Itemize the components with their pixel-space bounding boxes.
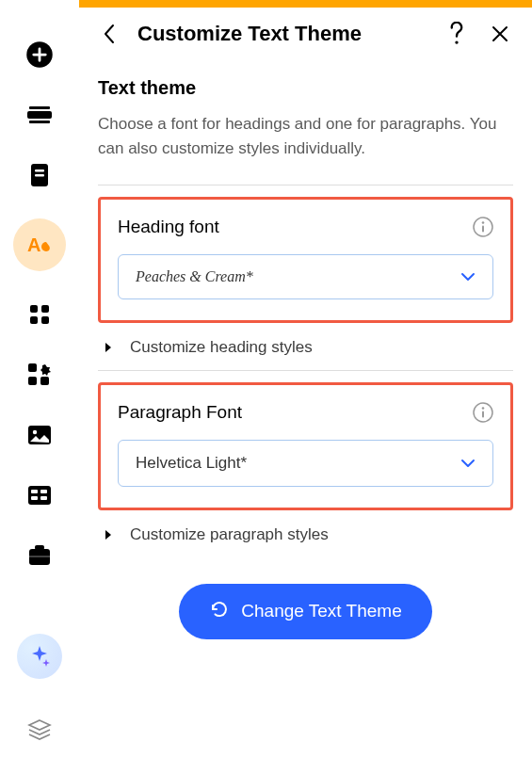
- close-button[interactable]: [487, 21, 513, 47]
- layers-icon[interactable]: [23, 713, 56, 747]
- svg-rect-2: [27, 111, 52, 119]
- section-title: Text theme: [98, 77, 513, 99]
- chevron-down-icon: [460, 268, 476, 285]
- expand-heading-label: Customize heading styles: [130, 338, 313, 357]
- theme-icon[interactable]: A: [13, 218, 66, 271]
- section-description: Choose a font for headings and one for p…: [98, 112, 513, 162]
- table-icon[interactable]: [23, 478, 56, 512]
- caret-right-icon: [104, 528, 117, 541]
- svg-rect-8: [30, 305, 38, 313]
- heading-font-select[interactable]: Peaches & Cream*: [118, 254, 493, 299]
- svg-rect-17: [28, 486, 51, 505]
- heading-font-value: Peaches & Cream*: [136, 268, 253, 285]
- svg-rect-18: [31, 490, 38, 493]
- refresh-icon: [209, 599, 230, 624]
- apps-icon[interactable]: [23, 298, 56, 331]
- svg-rect-5: [35, 169, 44, 172]
- change-text-theme-button[interactable]: Change Text Theme: [179, 584, 431, 639]
- caret-right-icon: [104, 341, 117, 354]
- svg-point-25: [455, 40, 458, 43]
- expand-paragraph-label: Customize paragraph styles: [130, 525, 329, 544]
- panel-header: Customize Text Theme: [98, 21, 513, 47]
- paragraph-font-select[interactable]: Helvetica Light*: [118, 440, 493, 487]
- main-panel: Customize Text Theme Text theme Choose a…: [79, 0, 532, 758]
- svg-rect-31: [482, 411, 484, 417]
- svg-rect-3: [29, 121, 50, 123]
- heading-font-header: Heading font: [118, 217, 493, 237]
- ai-sparkle-icon[interactable]: [17, 634, 62, 679]
- svg-rect-14: [40, 377, 49, 385]
- svg-rect-19: [40, 490, 47, 493]
- left-sidebar: A: [0, 0, 79, 758]
- divider: [98, 185, 513, 185]
- svg-rect-10: [30, 316, 38, 324]
- back-button[interactable]: [98, 23, 121, 45]
- heading-font-label: Heading font: [118, 217, 219, 237]
- image-icon[interactable]: [23, 418, 56, 452]
- settings-icon[interactable]: [23, 358, 56, 392]
- page-icon[interactable]: [23, 158, 56, 192]
- heading-font-group: Heading font Peaches & Cream*: [98, 197, 513, 323]
- sections-icon[interactable]: [23, 98, 56, 132]
- add-icon[interactable]: [23, 38, 56, 72]
- svg-rect-13: [28, 377, 37, 385]
- svg-point-16: [33, 430, 37, 434]
- paragraph-font-label: Paragraph Font: [118, 402, 242, 423]
- paragraph-font-value: Helvetica Light*: [136, 454, 247, 473]
- expand-paragraph-styles[interactable]: Customize paragraph styles: [98, 510, 513, 557]
- paragraph-font-header: Paragraph Font: [118, 402, 493, 423]
- svg-rect-1: [29, 106, 50, 109]
- svg-rect-12: [28, 363, 37, 372]
- panel-title: Customize Text Theme: [137, 22, 427, 46]
- svg-point-27: [482, 221, 485, 224]
- svg-rect-6: [35, 174, 44, 177]
- briefcase-icon[interactable]: [23, 539, 56, 573]
- info-icon[interactable]: [473, 402, 493, 423]
- svg-text:A: A: [27, 234, 40, 255]
- svg-rect-11: [41, 316, 49, 324]
- svg-point-30: [482, 407, 485, 410]
- info-icon[interactable]: [473, 217, 493, 237]
- svg-rect-28: [482, 225, 484, 232]
- svg-rect-9: [41, 305, 49, 313]
- svg-rect-20: [31, 496, 38, 500]
- help-button[interactable]: [443, 21, 470, 47]
- change-button-label: Change Text Theme: [241, 601, 401, 621]
- svg-rect-21: [40, 496, 47, 500]
- svg-rect-24: [29, 556, 50, 557]
- expand-heading-styles[interactable]: Customize heading styles: [98, 323, 513, 370]
- divider: [98, 370, 513, 371]
- chevron-down-icon: [460, 455, 476, 472]
- paragraph-font-group: Paragraph Font Helvetica Light*: [98, 382, 513, 510]
